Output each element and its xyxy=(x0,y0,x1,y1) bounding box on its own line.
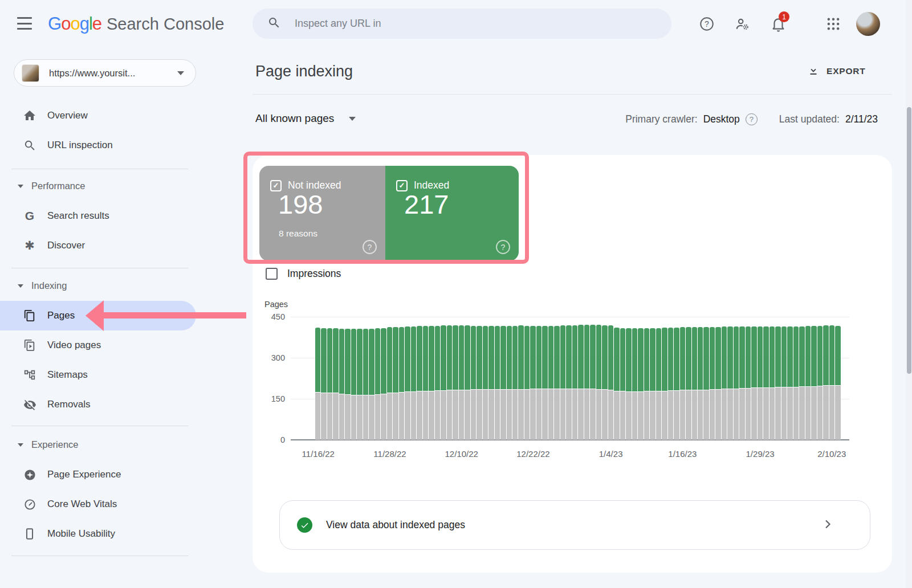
chart-bar[interactable] xyxy=(566,325,571,440)
chart-bar[interactable] xyxy=(632,328,637,440)
app-logo[interactable]: Google Search Console xyxy=(48,14,224,34)
chart-bar[interactable] xyxy=(763,326,768,440)
chart-bar[interactable] xyxy=(626,328,631,440)
help-circle-icon[interactable]: ? xyxy=(746,113,758,125)
chart-bar[interactable] xyxy=(614,328,619,440)
chart-bar[interactable] xyxy=(584,325,589,440)
chart-bar[interactable] xyxy=(542,326,547,440)
user-settings-icon[interactable] xyxy=(734,16,750,32)
chart-bar[interactable] xyxy=(775,326,780,440)
chart-bar[interactable] xyxy=(441,325,446,440)
chart-bar[interactable] xyxy=(417,326,422,440)
chart-bar[interactable] xyxy=(739,326,744,440)
chart-bar[interactable] xyxy=(327,328,332,440)
chart-bar[interactable] xyxy=(805,326,811,440)
chart-bar[interactable] xyxy=(548,326,553,440)
chart-bar[interactable] xyxy=(823,325,828,440)
chart-bar[interactable] xyxy=(524,326,530,440)
chart-bar[interactable] xyxy=(638,328,643,440)
help-circle-icon[interactable]: ? xyxy=(496,240,510,254)
export-button[interactable]: EXPORT xyxy=(807,64,866,79)
chart-bar[interactable] xyxy=(339,329,344,440)
chart-bar[interactable] xyxy=(746,326,751,440)
chart-bar[interactable] xyxy=(453,325,458,440)
chart-bar[interactable] xyxy=(315,328,320,440)
chart-bar[interactable] xyxy=(722,326,727,440)
chart-bar[interactable] xyxy=(751,326,756,440)
chart-bar[interactable] xyxy=(554,326,559,440)
avatar[interactable] xyxy=(856,12,880,36)
chart-bar[interactable] xyxy=(817,326,823,440)
chart-bar[interactable] xyxy=(465,325,470,440)
sidebar-item-search-results[interactable]: G Search results xyxy=(0,201,196,231)
chart-bar[interactable] xyxy=(662,328,667,440)
chart-bar[interactable] xyxy=(590,325,595,440)
chart-bar[interactable] xyxy=(674,328,679,440)
chart-bar[interactable] xyxy=(536,326,542,440)
chart-bar[interactable] xyxy=(656,328,661,440)
main-menu-icon[interactable] xyxy=(17,17,32,30)
sidebar-item-page-experience[interactable]: Page Experience xyxy=(0,460,196,489)
chart-bar[interactable] xyxy=(698,327,703,440)
property-selector[interactable]: https://www.yoursit... xyxy=(14,59,196,87)
chart-bar[interactable] xyxy=(578,325,583,440)
chart-bar[interactable] xyxy=(727,326,732,440)
apps-grid-icon[interactable] xyxy=(825,16,841,32)
sidebar-item-core-web-vitals[interactable]: Core Web Vitals xyxy=(0,489,196,519)
chart-bar[interactable] xyxy=(363,329,368,440)
chart-bar[interactable] xyxy=(512,326,518,440)
chart-bar[interactable] xyxy=(500,326,506,440)
chart-bar[interactable] xyxy=(608,325,613,440)
chart-bar[interactable] xyxy=(781,326,787,440)
chart-bar[interactable] xyxy=(835,326,840,440)
sidebar-item-discover[interactable]: ✱ Discover xyxy=(0,231,196,260)
sidebar-item-url-inspection[interactable]: URL inspection xyxy=(0,130,196,160)
chart-bar[interactable] xyxy=(405,326,410,440)
chart-bar[interactable] xyxy=(393,327,398,440)
chart-bar[interactable] xyxy=(787,326,792,440)
help-icon[interactable]: ? xyxy=(699,16,715,32)
chart-bar[interactable] xyxy=(471,326,476,440)
chart-bar[interactable] xyxy=(375,328,380,440)
sidebar-item-video-pages[interactable]: Video pages xyxy=(0,330,196,360)
chart-bar[interactable] xyxy=(357,329,362,440)
impressions-toggle[interactable]: Impressions xyxy=(266,268,341,280)
chart-bar[interactable] xyxy=(345,329,350,440)
section-indexing[interactable]: Indexing xyxy=(18,280,67,291)
chart-bar[interactable] xyxy=(321,328,326,440)
url-inspection-search[interactable]: Inspect any URL in xyxy=(253,9,671,39)
chart-bar[interactable] xyxy=(668,328,673,440)
chart-bar[interactable] xyxy=(734,326,739,440)
chart-bar[interactable] xyxy=(758,326,763,440)
chart-bar[interactable] xyxy=(769,326,775,440)
scrollbar-thumb[interactable] xyxy=(907,107,911,374)
section-performance[interactable]: Performance xyxy=(18,181,85,191)
chart-bar[interactable] xyxy=(560,325,565,440)
sidebar-item-overview[interactable]: Overview xyxy=(0,101,196,130)
chart-bar[interactable] xyxy=(387,327,392,440)
chart-bar[interactable] xyxy=(799,326,804,440)
chart-bar[interactable] xyxy=(811,326,816,440)
not-indexed-card[interactable]: ✓ Not indexed 198 8 reasons ? xyxy=(259,166,385,261)
chart-bar[interactable] xyxy=(602,325,607,440)
chart-bar[interactable] xyxy=(692,327,697,440)
sidebar-item-mobile-usability[interactable]: Mobile Usability xyxy=(0,519,196,549)
view-indexed-data-row[interactable]: View data about indexed pages xyxy=(279,500,870,550)
chart-bar[interactable] xyxy=(411,326,416,440)
sidebar-item-sitemaps[interactable]: Sitemaps xyxy=(0,360,196,390)
chart-bar[interactable] xyxy=(495,326,500,440)
chart-bar[interactable] xyxy=(518,325,523,440)
chart-bar[interactable] xyxy=(530,326,535,440)
chart-bar[interactable] xyxy=(644,328,649,440)
chart-bar[interactable] xyxy=(423,326,428,440)
chart-bar[interactable] xyxy=(572,325,577,440)
chart-bar[interactable] xyxy=(715,327,720,440)
chart-bar[interactable] xyxy=(447,325,452,440)
chart-bar[interactable] xyxy=(596,325,601,440)
chart-bar[interactable] xyxy=(488,326,494,440)
chart-bar[interactable] xyxy=(333,328,338,440)
chart-bar[interactable] xyxy=(435,326,440,440)
chart-bar[interactable] xyxy=(459,325,464,440)
section-experience[interactable]: Experience xyxy=(18,439,79,450)
indexed-card[interactable]: ✓ Indexed 217 ? xyxy=(385,166,519,261)
